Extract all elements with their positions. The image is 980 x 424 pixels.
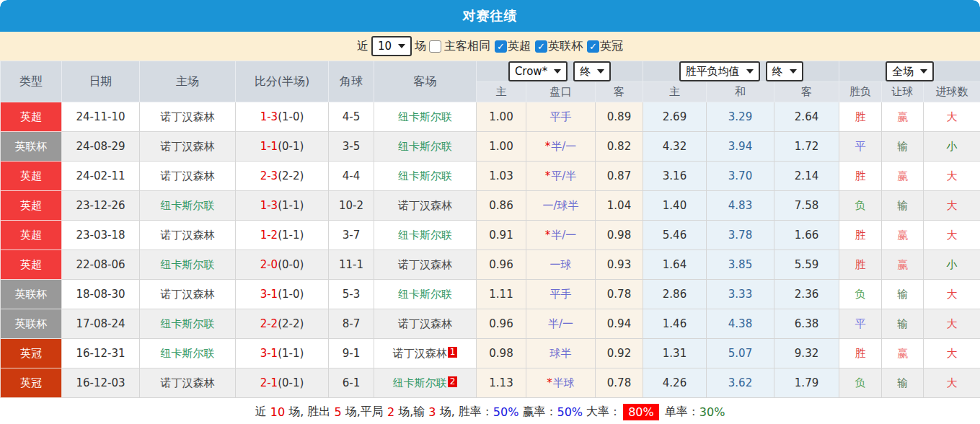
result-goals-cell: 小 [924,132,980,162]
bookmaker-select[interactable]: Crow* [508,61,568,81]
handicap-cell: 一/球半 [526,191,596,221]
league-type-badge: 英超 [1,162,62,191]
result-goals-cell: 大 [924,162,980,191]
history-table: 类型 日期 主场 比分(半场) 角球 客场 Crow* 终 [0,61,980,398]
avg-away-cell: 5.59 [774,250,839,280]
home-team-cell[interactable]: 纽卡斯尔联 [140,339,236,368]
away-odds-cell: 0.93 [596,250,643,280]
avg-draw-cell: 3.70 [707,162,774,191]
summary-segment: 场,平局 [342,405,387,420]
handicap-cell: *半球 [526,368,596,398]
near-count-select[interactable]: 10 [371,36,412,56]
result-goals-cell: 大 [924,339,980,368]
date-cell: 24-02-11 [62,162,140,191]
away-team-cell[interactable]: 诺丁汉森林 [374,191,477,221]
header-score: 比分(半场) [236,61,329,102]
summary-segment: 3 [428,405,436,419]
away-team-cell[interactable]: 诺丁汉森林 [374,250,477,280]
panel-title: 对赛往绩 [0,0,980,32]
handicap-cell: 一球 [526,250,596,280]
date-cell: 22-08-06 [62,250,140,280]
home-team-cell[interactable]: 诺丁汉森林 [140,368,236,398]
home-odds-cell: 1.00 [477,102,526,132]
avg-away-cell: 1.72 [774,132,839,162]
away-team-cell[interactable]: 诺丁汉森林1 [374,339,477,368]
home-team-cell[interactable]: 诺丁汉森林 [140,102,236,132]
home-team-cell[interactable]: 诺丁汉森林 [140,280,236,309]
handicap-cell: 平手 [526,280,596,309]
date-cell: 16-12-31 [62,339,140,368]
league-label[interactable]: 英冠 [600,39,623,54]
home-team-cell[interactable]: 纽卡斯尔联 [140,191,236,221]
near-count-value: 10 [378,40,392,53]
result-wdl-cell: 胜 [839,339,882,368]
league-label[interactable]: 英超 [508,39,531,54]
subheader-goals: 进球数 [924,82,980,102]
table-row: 英联杯24-08-29诺丁汉森林1-1(0-1)3-5纽卡斯尔联1.00*半/一… [1,132,980,162]
league-type-badge: 英超 [1,250,62,280]
odds-period-select[interactable]: 终 [573,61,611,81]
date-cell: 23-12-26 [62,191,140,221]
corners-cell: 3-5 [329,132,374,162]
filter-bar: 近 10 场 主客相同 ✓英超✓英联杯✓英冠 [0,32,980,61]
home-team-cell[interactable]: 诺丁汉森林 [140,132,236,162]
date-cell: 16-12-03 [62,368,140,398]
league-type-badge: 英联杯 [1,280,62,309]
avg-home-cell: 5.46 [643,221,707,250]
league-checkbox[interactable]: ✓ [495,40,507,53]
avg-period-select[interactable]: 终 [766,61,803,81]
score-cell: 3-1(1-1) [236,339,329,368]
league-type-badge: 英超 [1,191,62,221]
corners-cell: 8-7 [329,309,374,339]
avg-draw-cell: 3.62 [707,368,774,398]
league-type-badge: 英冠 [1,368,62,398]
away-team-cell[interactable]: 诺丁汉森林 [374,309,477,339]
chevron-down-icon [746,69,754,74]
league-checkbox[interactable]: ✓ [587,40,599,53]
result-goals-cell: 大 [924,280,980,309]
away-team-cell[interactable]: 纽卡斯尔联 [374,102,477,132]
home-team-cell[interactable]: 纽卡斯尔联 [140,250,236,280]
away-team-cell[interactable]: 纽卡斯尔联2 [374,368,477,398]
result-wdl-cell: 平 [839,132,882,162]
corners-cell: 9-1 [329,339,374,368]
summary-line: 近 10 场, 胜出 5 场,平局 2 场,输 3 场, 胜率：50% 赢率：5… [0,398,980,424]
score-cell: 2-0(0-0) [236,250,329,280]
same-venue-label[interactable]: 主客相同 [444,39,490,54]
handicap-cell: 球半 [526,339,596,368]
avg-home-cell: 1.64 [643,250,707,280]
result-scope-select[interactable]: 全场 [886,61,934,81]
home-team-cell[interactable]: 诺丁汉森林 [140,221,236,250]
result-goals-cell: 大 [924,102,980,132]
away-odds-cell: 0.92 [596,339,643,368]
table-row: 英超24-11-10诺丁汉森林1-3(1-0)4-5纽卡斯尔联1.00平手0.8… [1,102,980,132]
away-team-cell[interactable]: 纽卡斯尔联 [374,280,477,309]
same-venue-checkbox[interactable] [429,40,441,53]
subheader-avg-away: 客 [774,82,839,102]
avg-home-cell: 1.46 [643,309,707,339]
away-team-cell[interactable]: 纽卡斯尔联 [374,132,477,162]
result-handicap-cell: 输 [882,309,924,339]
header-type: 类型 [1,61,62,102]
table-row: 英超24-02-11诺丁汉森林2-3(2-2)4-4纽卡斯尔联1.03*平/半0… [1,162,980,191]
home-team-cell[interactable]: 诺丁汉森林 [140,162,236,191]
avg-type-select[interactable]: 胜平负均值 [679,61,760,81]
home-odds-cell: 0.96 [477,309,526,339]
summary-segment: 10 [270,405,285,419]
avg-draw-cell: 4.38 [707,309,774,339]
away-team-cell[interactable]: 纽卡斯尔联 [374,162,477,191]
result-goals-cell: 小 [924,250,980,280]
history-table-body: 英超24-11-10诺丁汉森林1-3(1-0)4-5纽卡斯尔联1.00平手0.8… [1,102,980,398]
away-team-cell[interactable]: 纽卡斯尔联 [374,221,477,250]
odds-group-header: Crow* 终 [477,61,643,82]
avg-draw-cell: 3.29 [707,102,774,132]
result-wdl-cell: 平 [839,309,882,339]
summary-segment: 场, 胜出 [285,405,334,420]
league-label[interactable]: 英联杯 [548,39,583,54]
result-handicap-cell: 输 [882,368,924,398]
league-checkbox[interactable]: ✓ [535,40,547,53]
avg-home-cell: 2.86 [643,280,707,309]
home-odds-cell: 1.11 [477,280,526,309]
table-row: 英超23-03-18诺丁汉森林1-2(1-1)3-7纽卡斯尔联0.91*半/一0… [1,221,980,250]
home-team-cell[interactable]: 纽卡斯尔联 [140,309,236,339]
